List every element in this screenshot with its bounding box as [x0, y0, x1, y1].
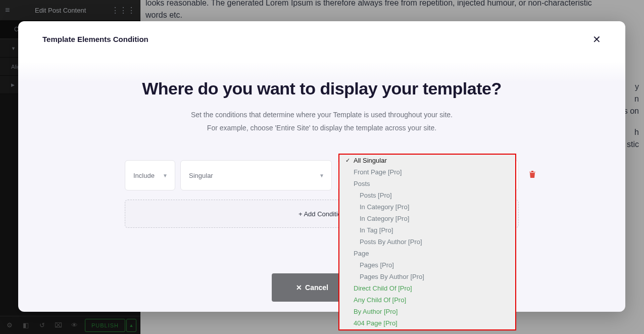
- modal-body: Where do you want to display your templa…: [18, 58, 625, 228]
- caret-down-icon: ▼: [163, 173, 168, 178]
- trash-icon[interactable]: [529, 170, 536, 180]
- close-icon[interactable]: ✕: [592, 33, 601, 45]
- dropdown-item[interactable]: Posts [Pro]: [339, 189, 515, 201]
- dropdown-item-label: All Singular: [354, 157, 387, 164]
- dropdown-item-label: Pages By Author [Pro]: [360, 273, 424, 280]
- modal-heading: Where do you want to display your templa…: [142, 79, 501, 99]
- caret-down-icon: ▼: [319, 173, 324, 178]
- dropdown-item[interactable]: In Category [Pro]: [339, 213, 515, 224]
- check-icon: ✓: [345, 157, 354, 164]
- dropdown-item-label: Front Page [Pro]: [354, 168, 402, 176]
- dropdown-item[interactable]: By Author [Pro]: [339, 306, 515, 317]
- dropdown-item[interactable]: Posts: [339, 178, 515, 189]
- dropdown-item[interactable]: Front Page [Pro]: [339, 166, 515, 178]
- scope-select[interactable]: Singular ▼: [180, 160, 332, 190]
- dropdown-item[interactable]: Page: [339, 248, 515, 259]
- modal-title: Template Elements Condition: [42, 35, 148, 43]
- subscope-dropdown[interactable]: ✓All SingularFront Page [Pro]PostsPosts …: [338, 154, 516, 330]
- dropdown-item-label: 404 Page [Pro]: [354, 319, 398, 327]
- modal-subtext-2: For example, choose 'Entire Site' to dis…: [207, 124, 436, 132]
- dropdown-item-label: In Tag [Pro]: [360, 226, 393, 234]
- modal-header: Template Elements Condition ✕: [18, 21, 625, 58]
- dropdown-item-label: Direct Child Of [Pro]: [354, 284, 412, 292]
- conditions-modal: Template Elements Condition ✕ Where do y…: [18, 21, 625, 312]
- dropdown-item-label: In Category [Pro]: [360, 215, 409, 222]
- dropdown-item[interactable]: In Category [Pro]: [339, 201, 515, 213]
- dropdown-item-label: Pages [Pro]: [360, 261, 394, 269]
- close-icon: ✕: [296, 283, 302, 292]
- dropdown-item[interactable]: 404 Page [Pro]: [339, 317, 515, 329]
- dropdown-item[interactable]: Any Child Of [Pro]: [339, 294, 515, 306]
- modal-footer: ✕ Cancel: [18, 273, 625, 302]
- modal-subtext-1: Set the conditions that determine where …: [191, 111, 453, 119]
- dropdown-item[interactable]: Pages [Pro]: [339, 259, 515, 271]
- dropdown-item[interactable]: Direct Child Of [Pro]: [339, 282, 515, 294]
- dropdown-item-label: Any Child Of [Pro]: [354, 296, 406, 304]
- dropdown-item-label: Posts By Author [Pro]: [360, 238, 422, 246]
- dropdown-item[interactable]: Pages By Author [Pro]: [339, 271, 515, 282]
- dropdown-item-label: Posts [Pro]: [360, 192, 392, 199]
- dropdown-item[interactable]: ✓All Singular: [339, 155, 515, 166]
- dropdown-item[interactable]: In Tag [Pro]: [339, 224, 515, 236]
- dropdown-item-label: By Author [Pro]: [354, 308, 398, 315]
- dropdown-item-label: Posts: [354, 180, 370, 187]
- dropdown-item-label: Page: [354, 250, 369, 257]
- dropdown-item-label: In Category [Pro]: [360, 203, 409, 211]
- include-select[interactable]: Include ▼: [125, 160, 175, 190]
- dropdown-item[interactable]: Posts By Author [Pro]: [339, 236, 515, 248]
